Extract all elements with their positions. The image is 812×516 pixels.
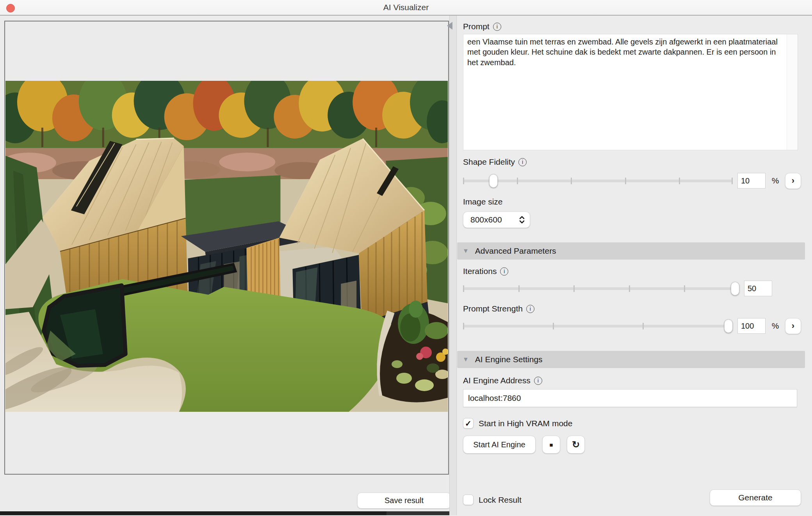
- updown-chevrons-icon: [519, 215, 525, 224]
- info-icon[interactable]: i: [500, 267, 508, 276]
- high-vram-label: Start in High VRAM mode: [479, 419, 572, 428]
- slider-tick: [573, 285, 575, 292]
- info-icon[interactable]: i: [534, 377, 542, 385]
- slider-tick: [518, 285, 520, 292]
- advanced-parameters-header[interactable]: ▼ Advanced Parameters: [457, 242, 805, 260]
- ai-engine-settings-title: AI Engine Settings: [475, 355, 543, 364]
- high-vram-checkbox-row[interactable]: ✓ Start in High VRAM mode: [463, 418, 805, 429]
- slider-tick: [463, 178, 464, 184]
- ai-engine-address-input[interactable]: [463, 389, 797, 407]
- prompt-label: Prompt: [463, 22, 490, 31]
- prompt-strength-slider-handle[interactable]: [724, 319, 733, 333]
- stop-engine-button[interactable]: ■: [542, 436, 560, 454]
- pane-splitter[interactable]: [449, 16, 457, 515]
- image-size-label: Image size: [463, 197, 503, 206]
- prompt-strength-slider[interactable]: [463, 318, 733, 334]
- image-size-dropdown[interactable]: 800x600: [463, 212, 530, 228]
- lock-result-label: Lock Result: [479, 495, 522, 505]
- iterations-value[interactable]: [744, 281, 772, 296]
- iterations-slider[interactable]: [463, 281, 739, 296]
- shape-fidelity-slider[interactable]: [463, 173, 733, 189]
- slider-tick: [463, 285, 464, 292]
- save-result-button[interactable]: Save result: [357, 493, 451, 509]
- slider-tick: [625, 178, 626, 184]
- controls-panel: Prompt i een Vlaamse tuin met terras en …: [457, 16, 812, 515]
- lock-result-row[interactable]: Lock Result: [463, 495, 522, 505]
- info-icon[interactable]: i: [526, 305, 534, 313]
- prompt-strength-label: Prompt Strength: [463, 304, 523, 313]
- garden-house-illustration: [5, 81, 448, 412]
- prompt-input[interactable]: een Vlaamse tuin met terras en zwembad. …: [463, 34, 798, 150]
- slider-track: [463, 325, 733, 327]
- background-window-strip: [0, 511, 386, 515]
- restart-engine-button[interactable]: ↻: [567, 436, 585, 454]
- shape-fidelity-slider-handle[interactable]: [489, 174, 498, 188]
- high-vram-checkbox[interactable]: ✓: [463, 418, 474, 429]
- advanced-parameters-title: Advanced Parameters: [475, 246, 556, 256]
- percent-sign: %: [770, 321, 780, 331]
- image-size-value: 800x600: [470, 215, 513, 224]
- slider-tick: [643, 323, 644, 329]
- prompt-strength-value[interactable]: [737, 318, 766, 334]
- ai-engine-settings-header[interactable]: ▼ AI Engine Settings: [457, 351, 805, 368]
- slider-tick: [684, 285, 685, 292]
- shape-fidelity-stepper-button[interactable]: ›: [785, 173, 801, 189]
- slider-tick: [629, 285, 630, 292]
- iterations-slider-handle[interactable]: [731, 282, 739, 295]
- slider-tick: [571, 178, 572, 184]
- shape-fidelity-label: Shape Fidelity: [463, 157, 515, 167]
- window-title: AI Visualizer: [0, 0, 812, 15]
- slider-tick: [553, 323, 554, 329]
- collapse-triangle-icon: ▼: [463, 356, 469, 363]
- start-ai-engine-button[interactable]: Start AI Engine: [463, 436, 536, 454]
- slider-tick: [517, 178, 518, 184]
- generate-button[interactable]: Generate: [710, 489, 801, 506]
- collapse-triangle-icon: ▼: [463, 248, 469, 254]
- info-icon[interactable]: i: [518, 158, 527, 166]
- start-ai-engine-label: Start AI Engine: [473, 440, 525, 449]
- info-icon[interactable]: i: [493, 23, 501, 31]
- shape-fidelity-value[interactable]: [737, 173, 766, 189]
- prompt-scrollbar[interactable]: [787, 34, 798, 150]
- generate-label: Generate: [738, 493, 773, 502]
- slider-tick: [679, 178, 680, 184]
- splitter-collapse-icon[interactable]: [447, 22, 452, 30]
- iterations-label: Iterations: [463, 267, 497, 276]
- refresh-icon: ↻: [572, 439, 580, 450]
- image-viewport: [4, 21, 449, 475]
- title-bar: AI Visualizer: [0, 0, 812, 16]
- slider-track: [463, 287, 739, 290]
- result-panel: Save result: [0, 16, 449, 515]
- percent-sign: %: [770, 176, 780, 185]
- save-result-label: Save result: [385, 496, 424, 505]
- prompt-strength-stepper-button[interactable]: ›: [785, 318, 801, 334]
- slider-tick: [463, 323, 464, 329]
- ai-engine-address-label: AI Engine Address: [463, 376, 531, 385]
- check-icon: ✓: [465, 419, 472, 428]
- background-window-strip-light: [386, 511, 452, 515]
- lock-result-checkbox[interactable]: [463, 495, 474, 505]
- slider-track: [463, 180, 733, 182]
- slider-tick: [732, 178, 733, 184]
- stop-icon: ■: [549, 441, 553, 448]
- generated-image: [5, 81, 448, 412]
